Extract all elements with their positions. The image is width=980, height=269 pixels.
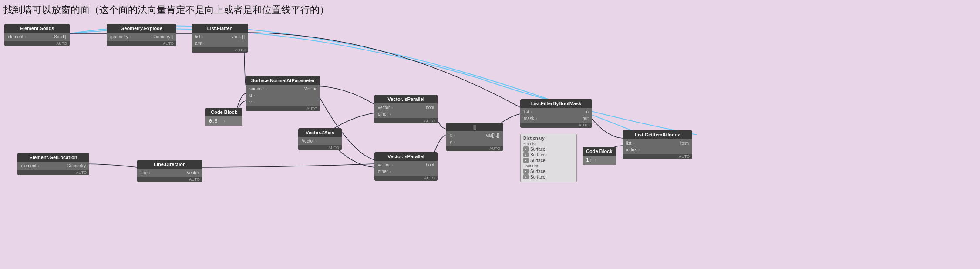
dict-in-surface-1: Surface — [530, 147, 545, 152]
dict-in-section: ~In List — [523, 142, 574, 146]
node-list-get-item: List.GetItemAtIndex list › item index › … — [623, 130, 692, 159]
port-vip2-other-label: other — [378, 169, 388, 174]
dict-in-item-2: ▪ Surface — [523, 152, 574, 157]
node-line-direction-header: Line.Direction — [137, 160, 202, 169]
port-filter-mask-label: mask — [524, 116, 534, 121]
node-element-get-location-auto: AUTO — [17, 170, 89, 175]
port-vip1-other-label: other — [378, 112, 388, 116]
port-vip1-vector-arrow: › — [391, 106, 393, 110]
port-geometry-out-label: Geometry[] — [152, 34, 173, 39]
node-list-get-item-auto: AUTO — [623, 154, 692, 159]
dict-out-surface-1: Surface — [530, 169, 545, 174]
dict-out-section: ~out List — [523, 164, 574, 168]
port-amt-label: amt — [195, 41, 202, 46]
port-egl-geometry-label: Geometry — [67, 163, 86, 168]
node-list-filter-header: List.FilterByBoolMask — [520, 99, 592, 108]
port-element-arrow: › — [25, 35, 27, 39]
node-code-block-05-header: Code Block — [205, 108, 242, 116]
port-list-arrow: › — [202, 35, 203, 39]
node-list-filter: List.FilterByBoolMask list › in mask › o… — [520, 99, 592, 128]
port-filter-list-arrow: › — [531, 110, 532, 114]
port-filter-mask-arrow: › — [536, 116, 537, 121]
port-or-x-label: x — [450, 133, 452, 138]
dict-icon-3: ▪ — [523, 158, 529, 163]
dict-out-item-1: ▪ Surface — [523, 169, 574, 174]
port-ld-line-label: line — [141, 170, 148, 175]
code-block-05-arrow: › — [223, 119, 226, 123]
port-vip1-bool-label: bool — [426, 105, 434, 110]
node-list-get-item-header: List.GetItemAtIndex — [623, 130, 692, 139]
dict-in-surface-2: Surface — [530, 153, 545, 157]
node-vector-isparallel-2-header: Vector.IsParallel — [374, 152, 438, 161]
port-list-label: list — [195, 34, 200, 39]
port-u-label: u — [249, 93, 252, 98]
node-element-solids-auto: AUTO — [4, 41, 70, 46]
port-vip2-vector-label: vector — [378, 163, 390, 167]
node-vector-zaxis-header: Vector.ZAxis — [298, 128, 342, 137]
dict-icon-4: ▪ — [523, 169, 529, 174]
code-block-05-value: 0.5; — [209, 118, 221, 124]
dict-icon-1: ▪ — [523, 146, 529, 152]
node-vector-isparallel-1-auto: AUTO — [374, 118, 438, 123]
node-vector-isparallel-2-auto: AUTO — [374, 176, 438, 181]
dict-out-surface-2: Surface — [530, 175, 545, 179]
node-list-flatten-auto: AUTO — [192, 47, 248, 53]
node-or-auto: AUTO — [446, 146, 503, 151]
node-list-filter-auto: AUTO — [520, 123, 592, 128]
dictionary-panel: Dictionary ~In List ▪ Surface ▪ Surface … — [520, 134, 577, 182]
node-element-get-location-header: Element.GetLocation — [17, 153, 89, 162]
port-vip2-bool-label: bool — [426, 163, 434, 167]
port-surface-arrow: › — [266, 87, 267, 91]
node-or-operator: || x › var[]..[] y › AUTO — [446, 123, 503, 151]
node-code-block-1: Code Block 1; › — [583, 147, 616, 165]
node-list-flatten: List.Flatten list › var[]..[] amt › AUTO — [192, 24, 248, 53]
port-filter-out-label: out — [583, 116, 589, 121]
node-vector-zaxis-auto: AUTO — [298, 145, 342, 150]
node-element-solids-header: Element.Solids — [4, 24, 70, 33]
node-line-direction: Line.Direction line › Vector AUTO — [137, 160, 202, 182]
dict-in-surface-3: Surface — [530, 158, 545, 163]
port-getitem-list-label: list — [626, 141, 631, 146]
port-solid-label: Solid[] — [54, 34, 66, 39]
node-element-get-location: Element.GetLocation element › Geometry A… — [17, 153, 89, 175]
dict-in-item-3: ▪ Surface — [523, 158, 574, 163]
node-geometry-explode: Geometry.Explode geometry › Geometry[] A… — [107, 24, 176, 46]
node-vector-isparallel-1: Vector.IsParallel vector › bool other › … — [374, 95, 438, 123]
port-element-label: element — [8, 34, 24, 39]
port-ld-line-arrow: › — [149, 171, 151, 175]
port-u-arrow: › — [254, 93, 255, 98]
node-list-flatten-header: List.Flatten — [192, 24, 248, 33]
port-or-y-arrow: › — [454, 140, 455, 144]
port-filter-list-label: list — [524, 110, 529, 114]
port-v-arrow: › — [253, 100, 255, 104]
port-amt-arrow: › — [204, 41, 205, 46]
port-getitem-index-arrow: › — [638, 148, 640, 152]
port-or-y-label: y — [450, 139, 452, 144]
port-getitem-item-label: item — [680, 141, 689, 146]
port-egl-element-label: element — [21, 163, 37, 168]
node-code-block-05: Code Block 0.5; › — [205, 108, 242, 126]
dict-in-item-1: ▪ Surface — [523, 146, 574, 152]
node-vector-isparallel-2: Vector.IsParallel vector › bool other › … — [374, 152, 438, 181]
node-element-solids: Element.Solids element › Solid[] AUTO — [4, 24, 70, 46]
dict-icon-5: ▪ — [523, 174, 529, 179]
port-ld-vector-label: Vector — [187, 170, 199, 175]
node-geometry-explode-auto: AUTO — [107, 41, 176, 46]
node-geometry-explode-header: Geometry.Explode — [107, 24, 176, 33]
node-code-block-1-header: Code Block — [583, 147, 616, 156]
port-vip1-vector-label: vector — [378, 105, 390, 110]
port-vip2-other-arrow: › — [390, 169, 391, 174]
port-filter-in-label: in — [585, 110, 589, 114]
port-surface-label: surface — [249, 86, 264, 91]
node-vector-isparallel-1-header: Vector.IsParallel — [374, 95, 438, 103]
node-vector-zaxis: Vector.ZAxis Vector AUTO — [298, 128, 342, 150]
port-getitem-index-label: index — [626, 147, 636, 152]
dict-out-item-2: ▪ Surface — [523, 174, 574, 179]
dict-header: Dictionary — [523, 136, 574, 141]
node-surface-normal-auto: AUTO — [246, 106, 320, 111]
port-vector-out-label: Vector — [304, 86, 317, 91]
node-surface-normal-header: Surface.NormalAtParameter — [246, 76, 320, 85]
port-or-out-label: var[]..[] — [486, 133, 499, 138]
node-surface-normal: Surface.NormalAtParameter surface › Vect… — [246, 76, 320, 111]
port-v-label: v — [249, 100, 252, 104]
